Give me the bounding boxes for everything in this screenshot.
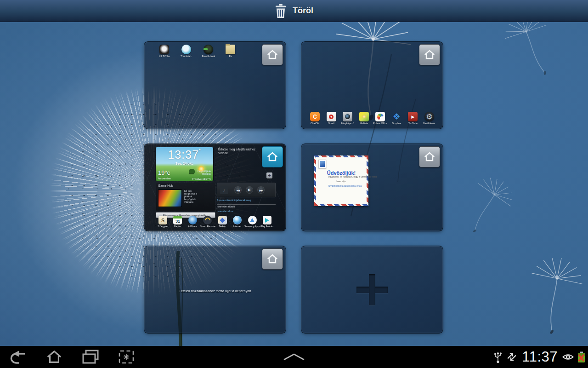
app-label: Beállítások [424, 122, 435, 125]
add-page-plus-icon [356, 274, 388, 305]
app-label: YouTube [408, 122, 418, 125]
maps-icon [218, 216, 227, 224]
app-label: Fix [229, 55, 232, 58]
welcome-link: További információkért érintse meg. [328, 185, 354, 187]
smart-stay-eye-icon [562, 352, 574, 362]
game-hub-title: Game Hub [158, 184, 199, 188]
home-icon [45, 350, 63, 364]
sync-icon [506, 351, 518, 363]
set-home-button-page3-active[interactable] [262, 146, 283, 167]
previous-track-icon [235, 187, 241, 193]
app-shortcut: Galéria [356, 112, 372, 126]
page-thumbnail-5[interactable]: Tételek hozzáadásához tartsa ujját a kép… [144, 246, 286, 334]
recent-apps-button[interactable] [82, 350, 99, 364]
sun-asterisk-icon: * [199, 148, 201, 153]
app-label: Fényképező [341, 122, 354, 125]
s-note-icon [158, 216, 167, 224]
app-shortcut: Fényképező [339, 112, 356, 126]
app-shortcut: Naptár [170, 216, 185, 230]
page-thumbnail-2[interactable]: ChatON Gmail Fényképező Galéria Polaris … [301, 41, 443, 129]
home-icon [266, 48, 279, 61]
page-thumbnail-4[interactable]: Üdvözöljük! Üdvözöljük, és köszönjük, ho… [301, 144, 443, 231]
smart-remote-icon [203, 216, 212, 224]
dock-row: S Jegyzet Naptár AllShare Smart Remote T… [156, 216, 274, 230]
app-shortcut: Thumbla L [178, 45, 194, 59]
app-label: Thumbla L [181, 55, 192, 58]
app-row: K9 TV Sw Thumbla L Free E-book Fix [156, 45, 238, 59]
set-home-button-page1[interactable] [262, 44, 283, 65]
screenshot-button[interactable] [118, 350, 135, 364]
set-home-button-page2[interactable] [419, 44, 440, 65]
video-hub-widget: Érintse meg a lejátszáshoz Videók [218, 148, 266, 155]
status-clock: 11:37 [522, 349, 558, 365]
game-collage-image [158, 190, 182, 207]
album-art-placeholder: ♪ [220, 186, 228, 194]
set-home-button-page5[interactable] [262, 248, 283, 270]
stamp-icon [318, 160, 326, 168]
app-shortcut: Térkép [215, 216, 230, 230]
back-button[interactable] [9, 350, 27, 364]
gallery-icon [359, 112, 369, 121]
home-icon [423, 48, 436, 61]
app-shortcut: Free E-book [200, 45, 216, 59]
page-grid: K9 TV Sw Thumbla L Free E-book Fix [144, 41, 443, 334]
apps-tray-chevron-icon [281, 353, 307, 361]
app-shortcut: Dropbox [389, 112, 405, 126]
home-icon [266, 253, 279, 265]
temperature: 19°c [158, 169, 170, 176]
next-track-icon [258, 187, 264, 193]
usb-icon [493, 351, 503, 363]
welcome-body-line2: használja. [328, 180, 354, 183]
weather-info: Helyi időjárás frissítése [187, 170, 211, 175]
internet-globe-icon [233, 216, 242, 224]
dock-row: ChatON Gmail Fényképező Galéria Polaris … [307, 112, 437, 126]
dropbox-icon [392, 112, 401, 121]
page-thumbnail-1[interactable]: K9 TV Sw Thumbla L Free E-book Fix [144, 41, 286, 129]
weather-updated: Frissítve 13:37 ↻ [192, 178, 211, 180]
clock-time: 13:37* [156, 148, 213, 161]
app-label: K9 TV Sw [159, 55, 170, 58]
folder-icon [226, 45, 235, 54]
album-line: Ismeretlen album [217, 210, 249, 213]
clock-weather-widget: 13:37* Sze. 24 okt. 19°c Amszterdam Hely… [156, 147, 213, 181]
dog-game-app-icon [159, 45, 169, 54]
app-label: Galéria [360, 122, 368, 125]
page-thumbnail-3-current[interactable]: 13:37* Sze. 24 okt. 19°c Amszterdam Hely… [144, 144, 286, 231]
camera-icon [343, 112, 352, 121]
track-title: A zeneszámok itt jelennek meg [217, 199, 252, 201]
app-label: Polaris Office [373, 122, 387, 125]
polaris-office-icon [375, 112, 385, 121]
app-label: ChatON [311, 122, 319, 125]
home-button[interactable] [45, 350, 63, 364]
screen-edit-home-pages: Töröl K9 TV Sw Thumbla L Free E-book [0, 0, 588, 368]
battery-error-icon [577, 351, 585, 363]
mini-add-icon: + [266, 172, 272, 178]
status-cluster[interactable]: 11:37 [493, 346, 585, 368]
settings-gear-icon [424, 112, 434, 121]
youtube-icon [408, 112, 418, 121]
play-store-icon [263, 216, 271, 224]
app-shortcut: Internet [230, 216, 244, 230]
screenshot-icon [118, 350, 135, 364]
set-home-button-page4[interactable] [419, 146, 440, 167]
play-icon [246, 187, 253, 193]
clock-date: Sze. 24 okt. [162, 162, 208, 166]
welcome-email-widget: Üdvözöljük! Üdvözöljük, és köszönjük, ho… [314, 155, 368, 206]
mini-apps-tray-button[interactable] [281, 353, 307, 361]
recents-icon [82, 350, 99, 364]
weather-location: Amszterdam [158, 178, 171, 180]
allshare-icon [188, 216, 197, 224]
game-hub-widget: Game Hub Ez egy meghívás a játékok lenyű… [156, 183, 215, 211]
gmail-icon [327, 112, 336, 121]
delete-drop-zone[interactable]: Töröl [0, 0, 588, 22]
artist-line: Ismeretlen előadó [217, 206, 249, 208]
home-icon [423, 150, 436, 163]
app-shortcut: K9 TV Sw [156, 45, 172, 59]
calendar-icon [173, 216, 182, 224]
app-label: Gmail [328, 122, 334, 125]
add-page-tile[interactable] [301, 246, 443, 334]
app-shortcut: Beállítások [421, 112, 437, 126]
app-shortcut: Gmail [323, 112, 339, 126]
chaton-icon [310, 112, 320, 121]
app-shortcut: AllShare [186, 216, 200, 230]
